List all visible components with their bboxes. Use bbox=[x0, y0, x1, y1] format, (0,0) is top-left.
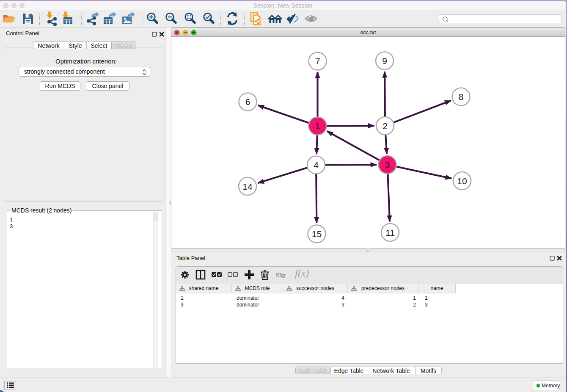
svg-text:14: 14 bbox=[242, 182, 253, 191]
svg-text:1: 1 bbox=[315, 121, 320, 131]
svg-text:15: 15 bbox=[312, 229, 322, 239]
svg-text:4: 4 bbox=[314, 160, 319, 170]
svg-text:6: 6 bbox=[245, 97, 250, 107]
svg-text:2: 2 bbox=[383, 121, 388, 131]
svg-text:10: 10 bbox=[457, 176, 467, 186]
svg-text:3: 3 bbox=[385, 160, 390, 170]
svg-text:8: 8 bbox=[459, 92, 464, 102]
svg-text:11: 11 bbox=[385, 228, 395, 237]
svg-text:9: 9 bbox=[382, 56, 387, 66]
svg-text:7: 7 bbox=[315, 56, 320, 66]
